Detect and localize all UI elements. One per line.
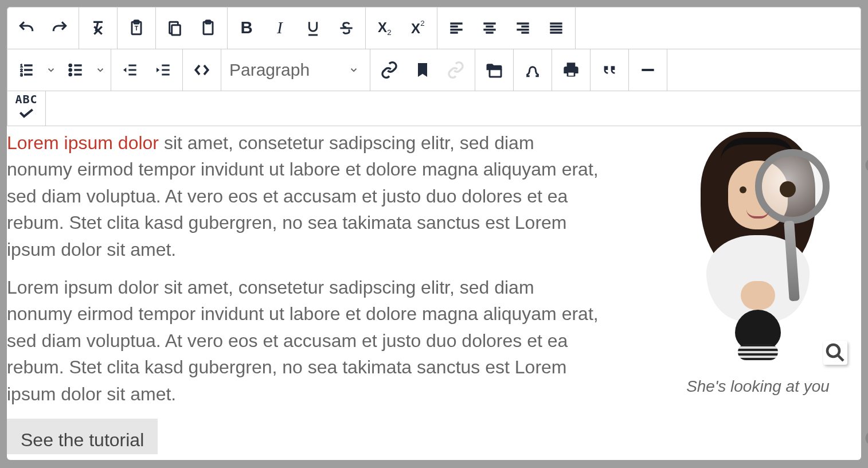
image-zoom-button[interactable] xyxy=(823,341,847,365)
svg-rect-19 xyxy=(568,72,574,76)
print-icon xyxy=(562,61,580,79)
toolbar-row-2: 123 xyxy=(7,49,861,91)
outdent-icon xyxy=(121,61,139,79)
unordered-list-dropdown[interactable] xyxy=(92,49,108,91)
paste-button[interactable] xyxy=(191,7,225,49)
link-button[interactable] xyxy=(373,49,406,91)
justify-button[interactable] xyxy=(539,7,573,49)
svg-text:B: B xyxy=(240,19,252,37)
paste-icon xyxy=(199,19,217,37)
ordered-list-button[interactable]: 123 xyxy=(10,49,43,91)
subscript-icon: X2 xyxy=(376,19,394,37)
bold-icon: B xyxy=(237,19,256,37)
indent-button[interactable] xyxy=(147,49,180,91)
align-right-button[interactable] xyxy=(506,7,539,49)
editor-content[interactable]: She's looking at you Lorem ipsum dolor s… xyxy=(7,126,861,454)
superscript-icon: X2 xyxy=(409,19,427,37)
bold-button[interactable]: B xyxy=(230,7,263,49)
unordered-list-icon xyxy=(67,61,85,79)
chevron-down-icon xyxy=(46,65,56,75)
italic-button[interactable]: I xyxy=(263,7,296,49)
svg-point-17 xyxy=(69,73,72,76)
align-center-icon xyxy=(480,19,499,37)
redo-button[interactable] xyxy=(43,7,76,49)
svg-point-15 xyxy=(69,64,72,67)
paste-as-text-button[interactable]: T xyxy=(120,7,153,49)
unlink-icon xyxy=(447,61,465,79)
image-figure[interactable]: She's looking at you xyxy=(660,132,855,399)
svg-point-20 xyxy=(827,345,839,357)
subscript-button[interactable]: X2 xyxy=(368,7,401,49)
copy-icon xyxy=(166,19,184,37)
blockquote-button[interactable] xyxy=(593,49,626,91)
undo-button[interactable] xyxy=(10,7,43,49)
content-link[interactable]: Lorem ipsum dolor xyxy=(7,132,159,153)
figure-caption[interactable]: She's looking at you xyxy=(660,375,855,399)
horizontal-rule-button[interactable] xyxy=(631,49,664,91)
bookmark-button[interactable] xyxy=(406,49,439,91)
clear-format-icon xyxy=(89,19,107,37)
zoom-icon xyxy=(823,341,847,365)
unordered-list-button[interactable] xyxy=(59,49,92,91)
link-icon xyxy=(380,61,398,79)
strikethrough-icon xyxy=(337,19,355,37)
bookmark-icon xyxy=(413,61,432,79)
editor-content-area[interactable]: She's looking at you Lorem ipsum dolor s… xyxy=(7,126,861,454)
drag-handle-icon xyxy=(864,157,868,174)
svg-text:2: 2 xyxy=(420,19,424,28)
undo-icon xyxy=(17,19,36,37)
svg-point-16 xyxy=(69,68,72,71)
svg-text:3: 3 xyxy=(20,72,23,77)
spellcheck-button[interactable]: ABC xyxy=(10,91,43,126)
svg-text:T: T xyxy=(135,25,139,32)
align-center-button[interactable] xyxy=(473,7,506,49)
container-button[interactable] xyxy=(185,49,218,91)
outdent-button[interactable] xyxy=(114,49,147,91)
resize-handle-top[interactable] xyxy=(862,155,868,176)
align-left-button[interactable] xyxy=(440,7,473,49)
special-character-button[interactable] xyxy=(516,49,549,91)
clear-formatting-button[interactable] xyxy=(81,7,115,49)
spellcheck-label: ABC xyxy=(15,93,37,105)
editor-container: T B I xyxy=(7,7,861,460)
unlink-button[interactable] xyxy=(439,49,472,91)
svg-rect-18 xyxy=(490,69,501,77)
italic-icon: I xyxy=(271,19,289,37)
drag-handle-icon xyxy=(864,430,868,447)
filebrowser-button[interactable] xyxy=(478,49,511,91)
horizontal-rule-icon xyxy=(639,61,657,79)
underline-button[interactable] xyxy=(296,7,330,49)
svg-text:2: 2 xyxy=(387,28,391,37)
container-icon xyxy=(193,61,211,79)
resize-handle-bottom[interactable] xyxy=(862,428,868,448)
format-select-dropdown xyxy=(346,65,362,75)
filebrowser-icon xyxy=(485,61,503,79)
ordered-list-dropdown[interactable] xyxy=(43,49,59,91)
superscript-button[interactable]: X2 xyxy=(401,7,435,49)
format-select[interactable]: Paragraph xyxy=(221,49,370,91)
svg-text:X: X xyxy=(411,21,420,36)
align-right-icon xyxy=(514,19,532,37)
svg-rect-3 xyxy=(172,25,181,35)
ordered-list-icon: 123 xyxy=(17,61,36,79)
blockquote-icon xyxy=(600,61,619,79)
toolbar-row-1: T B I xyxy=(7,7,861,49)
spellcheck-icon xyxy=(17,105,36,123)
align-left-icon xyxy=(447,19,466,37)
paste-text-icon: T xyxy=(127,19,146,37)
underline-icon xyxy=(304,19,322,37)
indent-icon xyxy=(154,61,173,79)
svg-text:X: X xyxy=(378,20,387,35)
paragraph-2[interactable]: Lorem ipsum dolor sit amet, consetetur s… xyxy=(7,274,603,407)
figure-image[interactable] xyxy=(672,132,844,361)
see-tutorial-button[interactable]: See the tutorial xyxy=(7,419,158,454)
format-select-label: Paragraph xyxy=(229,60,310,80)
strikethrough-button[interactable] xyxy=(330,7,363,49)
svg-text:I: I xyxy=(276,19,283,37)
print-button[interactable] xyxy=(554,49,588,91)
justify-icon xyxy=(547,19,565,37)
paragraph-1[interactable]: Lorem ipsum dolor sit amet, consetetur s… xyxy=(7,130,603,263)
toolbar-row-3: ABC xyxy=(7,91,861,126)
editor-toolbar: T B I xyxy=(7,7,861,126)
copy-button[interactable] xyxy=(158,7,191,49)
